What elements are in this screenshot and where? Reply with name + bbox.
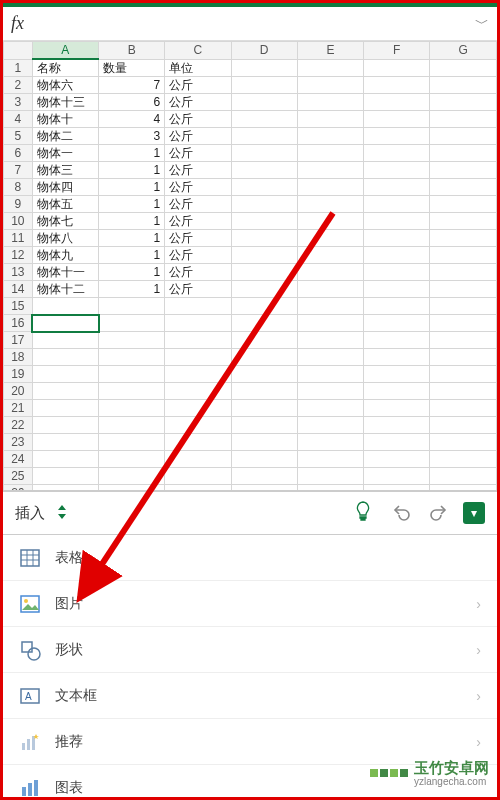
cell-A18[interactable] [32,349,98,366]
cell-C17[interactable] [165,332,231,349]
cell-A6[interactable]: 物体一 [32,145,98,162]
cell-G12[interactable] [430,247,496,264]
cell-B21[interactable] [99,400,165,417]
cell-F9[interactable] [364,196,430,213]
row-header-2[interactable]: 2 [4,77,33,94]
cell-G20[interactable] [430,383,496,400]
cell-D25[interactable] [231,468,297,485]
col-header-C[interactable]: C [165,42,231,60]
cell-C1[interactable]: 单位 [165,59,231,77]
cell-A16[interactable] [32,315,98,332]
cell-H22[interactable] [496,417,497,434]
cell-D1[interactable] [231,59,297,77]
cell-F15[interactable] [364,298,430,315]
cell-F24[interactable] [364,451,430,468]
cell-H3[interactable] [496,94,497,111]
cell-G13[interactable] [430,264,496,281]
cell-H16[interactable] [496,315,497,332]
ribbon-title[interactable]: 插入 [15,504,45,523]
cell-F10[interactable] [364,213,430,230]
cell-A8[interactable]: 物体四 [32,179,98,196]
cell-E13[interactable] [297,264,363,281]
cell-B14[interactable]: 1 [99,281,165,298]
cell-A1[interactable]: 名称 [32,59,98,77]
cell-E26[interactable] [297,485,363,492]
row-header-25[interactable]: 25 [4,468,33,485]
cell-C8[interactable]: 公斤 [165,179,231,196]
cell-G14[interactable] [430,281,496,298]
cell-F12[interactable] [364,247,430,264]
cell-G25[interactable] [430,468,496,485]
cell-C23[interactable] [165,434,231,451]
cell-G19[interactable] [430,366,496,383]
cell-H23[interactable] [496,434,497,451]
cell-A25[interactable] [32,468,98,485]
col-header-G[interactable]: G [430,42,496,60]
spreadsheet-grid[interactable]: ABCDEFGH1名称数量单位2物体六7公斤3物体十三6公斤4物体十4公斤5物体… [3,41,497,491]
cell-G26[interactable] [430,485,496,492]
cell-G15[interactable] [430,298,496,315]
row-header-18[interactable]: 18 [4,349,33,366]
cell-B23[interactable] [99,434,165,451]
cell-B18[interactable] [99,349,165,366]
cell-A19[interactable] [32,366,98,383]
cell-A17[interactable] [32,332,98,349]
cell-B13[interactable]: 1 [99,264,165,281]
cell-E4[interactable] [297,111,363,128]
cell-B19[interactable] [99,366,165,383]
cell-E18[interactable] [297,349,363,366]
col-header-E[interactable]: E [297,42,363,60]
cell-E5[interactable] [297,128,363,145]
cell-E22[interactable] [297,417,363,434]
cell-F25[interactable] [364,468,430,485]
cell-C18[interactable] [165,349,231,366]
cell-F14[interactable] [364,281,430,298]
cell-E1[interactable] [297,59,363,77]
cell-C2[interactable]: 公斤 [165,77,231,94]
cell-D5[interactable] [231,128,297,145]
cell-F21[interactable] [364,400,430,417]
cell-E8[interactable] [297,179,363,196]
cell-C3[interactable]: 公斤 [165,94,231,111]
row-header-20[interactable]: 20 [4,383,33,400]
cell-B4[interactable]: 4 [99,111,165,128]
cell-D12[interactable] [231,247,297,264]
cell-D15[interactable] [231,298,297,315]
cell-F18[interactable] [364,349,430,366]
cell-C5[interactable]: 公斤 [165,128,231,145]
cell-A24[interactable] [32,451,98,468]
cell-A2[interactable]: 物体六 [32,77,98,94]
cell-G9[interactable] [430,196,496,213]
row-header-11[interactable]: 11 [4,230,33,247]
cell-C9[interactable]: 公斤 [165,196,231,213]
cell-D18[interactable] [231,349,297,366]
cell-D23[interactable] [231,434,297,451]
redo-icon[interactable] [425,501,453,526]
cell-F5[interactable] [364,128,430,145]
cell-D10[interactable] [231,213,297,230]
cell-D14[interactable] [231,281,297,298]
cell-E10[interactable] [297,213,363,230]
cell-D2[interactable] [231,77,297,94]
cell-C21[interactable] [165,400,231,417]
cell-F7[interactable] [364,162,430,179]
cell-H26[interactable] [496,485,497,492]
cell-C22[interactable] [165,417,231,434]
cell-G6[interactable] [430,145,496,162]
cell-B6[interactable]: 1 [99,145,165,162]
cell-F3[interactable] [364,94,430,111]
cell-D16[interactable] [231,315,297,332]
cell-H19[interactable] [496,366,497,383]
undo-icon[interactable] [387,501,415,526]
menu-item-recom[interactable]: 推荐 › [3,719,497,765]
cell-A15[interactable] [32,298,98,315]
cell-A9[interactable]: 物体五 [32,196,98,213]
cell-G21[interactable] [430,400,496,417]
cell-H25[interactable] [496,468,497,485]
cell-C10[interactable]: 公斤 [165,213,231,230]
cell-E6[interactable] [297,145,363,162]
cell-F1[interactable] [364,59,430,77]
formula-bar[interactable]: fx ﹀ [3,7,497,41]
cell-G24[interactable] [430,451,496,468]
row-header-26[interactable]: 26 [4,485,33,492]
